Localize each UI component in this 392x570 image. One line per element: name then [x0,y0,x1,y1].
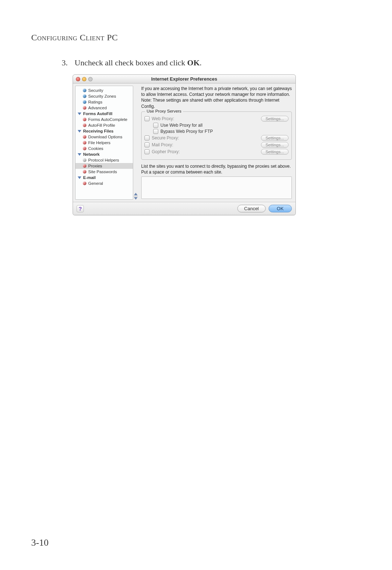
step-number: 3. [62,58,73,68]
bullet-icon [83,100,86,104]
mail-proxy-settings-button[interactable]: Settings... [261,142,289,148]
instruction-text-pre: Uncheck all check boxes and click [75,58,187,67]
sidebar-item[interactable]: Site Passwords [75,169,133,175]
gopher-proxy-settings-button[interactable]: Settings... [261,149,289,155]
sidebar-item-label: Security Zones [88,94,116,98]
disclosure-down-icon [78,153,81,156]
preferences-window: Internet Explorer Preferences SecuritySe… [73,74,296,215]
sidebar-item[interactable]: General [75,180,133,186]
gopher-proxy-label: Gopher Proxy: [152,149,259,154]
secure-proxy-checkbox[interactable] [144,135,150,141]
scroll-up-icon[interactable] [134,193,138,195]
sidebar-item-label: Security [88,88,103,93]
sidebar-item-label: Proxies [88,164,102,168]
web-proxy-settings-button[interactable]: Settings... [261,116,289,122]
sidebar-item-label: Cookies [88,146,103,151]
bullet-icon [83,182,86,185]
sidebar-item[interactable]: Advanced [75,105,133,111]
instruction-text-post: . [200,58,202,67]
bullet-icon [83,164,86,168]
use-web-proxy-all-checkbox[interactable] [153,123,158,128]
minimize-icon[interactable] [82,77,86,81]
sidebar-item[interactable]: File Helpers [75,140,133,146]
sidebar-item-label: Ratings [88,100,102,104]
sidebar-item[interactable]: Protocol Helpers [75,157,133,163]
sidebar-group[interactable]: Receiving Files [75,128,133,134]
content-pane: If you are accessing the Internet from a… [138,84,295,202]
close-icon[interactable] [76,77,80,81]
sidebar-item[interactable]: Cookies [75,146,133,151]
bullet-icon [83,158,86,162]
sidebar-item-label: E-mail [83,175,96,180]
sidebar-item[interactable]: Security [75,87,133,93]
web-proxy-checkbox[interactable] [144,116,150,121]
bullet-icon [83,89,86,92]
secure-proxy-label: Secure Proxy: [152,135,259,141]
bullet-icon [83,170,86,174]
sidebar-item-label: Download Options [88,135,122,139]
zoom-icon[interactable] [88,77,93,81]
bullet-icon [83,123,86,127]
scrollbar[interactable] [133,84,138,202]
help-button[interactable]: ? [77,205,84,212]
secure-proxy-settings-button[interactable]: Settings... [261,135,289,141]
sidebar-item[interactable]: Proxies [75,163,133,169]
groupbox-legend: Use Proxy Servers [145,109,183,113]
bypass-sites-textarea[interactable] [141,176,292,199]
sidebar-item-label: AutoFill Profile [88,123,115,127]
traffic-lights [73,77,93,81]
mail-proxy-checkbox[interactable] [144,142,150,147]
scroll-divider [134,196,138,196]
disclosure-down-icon [78,113,81,115]
sidebar-item[interactable]: Forms AutoComplete [75,117,133,122]
disclosure-down-icon [78,130,81,133]
instruction-step: 3. Uncheck all check boxes and click OK. [62,58,202,68]
use-web-proxy-all-label: Use Web Proxy for all [160,123,289,128]
intro-text: If you are accessing the Internet from a… [141,86,292,109]
bypass-ftp-label: Bypass Web Proxy for FTP [160,129,289,134]
scroll-down-icon[interactable] [134,197,138,200]
sidebar-item-label: Site Passwords [88,170,117,174]
sidebar-group[interactable]: E-mail [75,175,133,180]
sidebar-group[interactable]: Forms AutoFill [75,111,133,117]
sidebar-item-label: Forms AutoComplete [88,117,127,122]
cancel-button[interactable]: Cancel [237,205,266,212]
dialog-footer: ? Cancel OK [73,202,295,215]
sidebar-item[interactable]: Ratings [75,99,133,105]
bullet-icon [83,147,86,150]
disclosure-down-icon [78,176,81,179]
page-number: 3-10 [31,537,49,548]
bypass-ftp-checkbox[interactable] [153,129,158,134]
sidebar-item[interactable]: Security Zones [75,93,133,99]
bullet-icon [83,135,86,139]
sidebar-item[interactable]: Download Options [75,134,133,140]
window-title: Internet Explorer Preferences [73,76,295,82]
sidebar-item-label: Protocol Helpers [88,158,119,162]
bullet-icon [83,118,86,121]
bypass-note: List the sites you want to connect to di… [141,163,292,175]
sidebar: SecuritySecurity ZonesRatingsAdvancedFor… [75,86,133,200]
sidebar-item-label: Network [83,152,99,156]
sidebar-group[interactable]: Network [75,151,133,157]
sidebar-item-label: General [88,181,103,186]
sidebar-item-label: Forms AutoFill [83,111,113,116]
proxy-groupbox: Use Proxy Servers Web Proxy: Settings...… [141,111,292,160]
page-header: Configuring Client PC [31,33,118,42]
gopher-proxy-checkbox[interactable] [144,149,150,154]
sidebar-item-label: Receiving Files [83,129,114,133]
bullet-icon [83,141,86,144]
instruction-ok: OK [187,58,200,67]
bullet-icon [83,106,86,110]
sidebar-item-label: Advanced [88,106,107,110]
sidebar-item[interactable]: AutoFill Profile [75,122,133,128]
sidebar-item-label: File Helpers [88,141,110,145]
bullet-icon [83,94,86,98]
mail-proxy-label: Mail Proxy: [152,142,259,147]
titlebar[interactable]: Internet Explorer Preferences [73,75,295,84]
web-proxy-label: Web Proxy: [152,116,259,121]
ok-button[interactable]: OK [269,205,292,212]
